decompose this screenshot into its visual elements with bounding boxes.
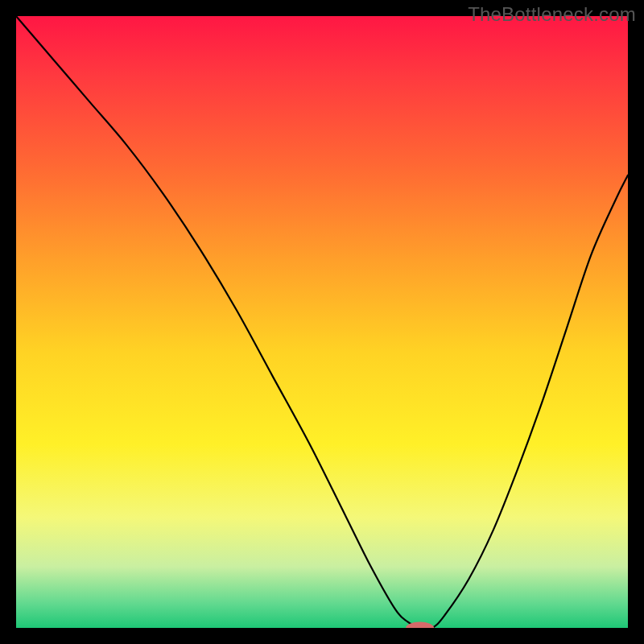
- watermark-text: TheBottleneck.com: [468, 3, 636, 26]
- gradient-background: [16, 16, 628, 628]
- chart-svg: [16, 16, 628, 628]
- plot-area: [16, 16, 628, 628]
- chart-frame: TheBottleneck.com: [0, 0, 644, 644]
